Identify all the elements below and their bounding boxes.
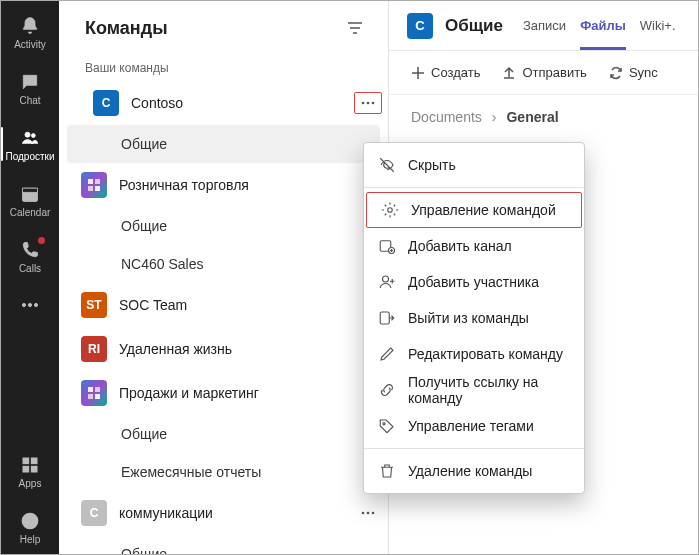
team-avatar: ST <box>81 292 107 318</box>
channel-avatar: C <box>407 13 433 39</box>
channel-item[interactable]: Общие <box>59 415 388 453</box>
svg-rect-36 <box>380 312 389 324</box>
bell-icon <box>19 15 41 37</box>
leave-icon <box>378 309 396 327</box>
team-row[interactable]: Продажи и маркетинг <box>59 371 388 415</box>
new-button[interactable]: Создать <box>411 65 480 80</box>
rail-calendar[interactable]: Calendar <box>1 173 59 227</box>
svg-rect-8 <box>32 458 37 463</box>
team-name: Удаленная жизнь <box>119 341 388 357</box>
channel-item[interactable]: Общие <box>67 125 380 163</box>
svg-rect-10 <box>32 466 37 471</box>
team-name: коммуникации <box>119 505 342 521</box>
chat-icon <box>19 71 41 93</box>
menu-item-gear[interactable]: Управление командой <box>366 192 582 228</box>
team-row[interactable]: STSOC Team <box>59 283 388 327</box>
svg-point-12 <box>29 524 30 525</box>
menu-item-trash[interactable]: Удаление команды <box>364 453 584 489</box>
menu-item-hide[interactable]: Скрыть <box>364 147 584 183</box>
tab-files[interactable]: Файлы <box>580 1 626 50</box>
filter-button[interactable] <box>342 15 368 41</box>
team-more-button[interactable] <box>354 92 382 114</box>
more-icon <box>19 294 41 316</box>
svg-point-27 <box>362 512 365 515</box>
rail-chat[interactable]: Chat <box>1 61 59 115</box>
menu-item-label: Управление командой <box>411 202 556 218</box>
menu-item-leave[interactable]: Выйти из команды <box>364 300 584 336</box>
teams-panel: Команды Ваши команды CContosoОбщиеРознич… <box>59 1 389 554</box>
rail-activity[interactable]: Activity <box>1 5 59 59</box>
menu-item-edit[interactable]: Редактировать команду <box>364 336 584 372</box>
svg-point-37 <box>383 423 385 425</box>
breadcrumb-root[interactable]: Documents <box>411 109 482 125</box>
menu-item-label: Добавить канал <box>408 238 512 254</box>
menu-separator <box>364 448 584 449</box>
people-icon <box>19 127 41 149</box>
upload-button[interactable]: Отправить <box>502 65 586 80</box>
team-row[interactable]: RIУдаленная жизнь <box>59 327 388 371</box>
menu-item-adduser[interactable]: Добавить участника <box>364 264 584 300</box>
menu-item-label: Скрыть <box>408 157 456 173</box>
channel-item[interactable]: NC460 Sales <box>59 245 388 283</box>
gear-icon <box>381 201 399 219</box>
team-more-button[interactable] <box>354 502 382 524</box>
tab-posts[interactable]: Записи <box>523 1 566 50</box>
channel-item[interactable]: Общие <box>59 207 388 245</box>
menu-item-tag[interactable]: Управление тегами <box>364 408 584 444</box>
menu-item-label: Выйти из команды <box>408 310 529 326</box>
files-toolbar: Создать Отправить Sync <box>389 51 698 95</box>
tab-wiki[interactable]: Wiki+. <box>640 1 676 50</box>
team-row[interactable]: Cкоммуникации <box>59 491 388 535</box>
svg-point-18 <box>372 102 375 105</box>
menu-item-label: Добавить участника <box>408 274 539 290</box>
team-list: CContosoОбщиеРозничная торговляОбщиеNC46… <box>59 81 388 554</box>
svg-rect-20 <box>95 179 100 184</box>
rail-teams[interactable]: Подростки <box>1 117 59 171</box>
channel-item[interactable]: Ежемесячные отчеты <box>59 453 388 491</box>
rail-calls[interactable]: Calls <box>1 229 59 283</box>
team-row[interactable]: Розничная торговля <box>59 163 388 207</box>
addch-icon <box>378 237 396 255</box>
rail-more[interactable] <box>1 285 59 325</box>
calendar-icon <box>19 183 41 205</box>
menu-separator <box>364 187 584 188</box>
menu-item-label: Управление тегами <box>408 418 534 434</box>
menu-item-link[interactable]: Получить ссылку на команду <box>364 372 584 408</box>
menu-item-label: Редактировать команду <box>408 346 563 362</box>
team-name: SOC Team <box>119 297 388 313</box>
svg-rect-25 <box>88 394 93 399</box>
svg-point-35 <box>383 276 389 282</box>
sync-button[interactable]: Sync <box>609 65 658 80</box>
team-context-menu: СкрытьУправление командойДобавить каналД… <box>363 142 585 494</box>
svg-point-5 <box>28 303 31 306</box>
hide-icon <box>378 156 396 174</box>
menu-item-addch[interactable]: Добавить канал <box>364 228 584 264</box>
badge-dot-icon <box>38 237 45 244</box>
svg-point-32 <box>388 208 393 213</box>
team-row[interactable]: CContoso <box>59 81 388 125</box>
panel-title: Команды <box>85 18 168 39</box>
svg-point-0 <box>25 132 30 137</box>
team-avatar: C <box>81 500 107 526</box>
tabs: Записи Файлы Wiki+. <box>523 1 676 50</box>
team-avatar: C <box>93 90 119 116</box>
breadcrumb-current: General <box>506 109 558 125</box>
rail-help[interactable]: Help <box>1 500 59 554</box>
trash-icon <box>378 462 396 480</box>
team-avatar <box>81 172 107 198</box>
apps-icon <box>19 454 41 476</box>
link-icon <box>378 381 396 399</box>
team-name: Contoso <box>131 95 342 111</box>
channel-item[interactable]: Общие <box>59 535 388 554</box>
svg-point-29 <box>372 512 375 515</box>
team-name: Розничная торговля <box>119 177 388 193</box>
svg-rect-7 <box>23 458 28 463</box>
svg-rect-19 <box>88 179 93 184</box>
tag-icon <box>378 417 396 435</box>
rail-apps[interactable]: Apps <box>1 444 59 498</box>
chevron-right-icon: › <box>492 109 497 125</box>
breadcrumb: Documents › General <box>389 95 698 139</box>
svg-rect-22 <box>95 186 100 191</box>
svg-rect-26 <box>95 394 100 399</box>
svg-rect-9 <box>23 466 28 471</box>
